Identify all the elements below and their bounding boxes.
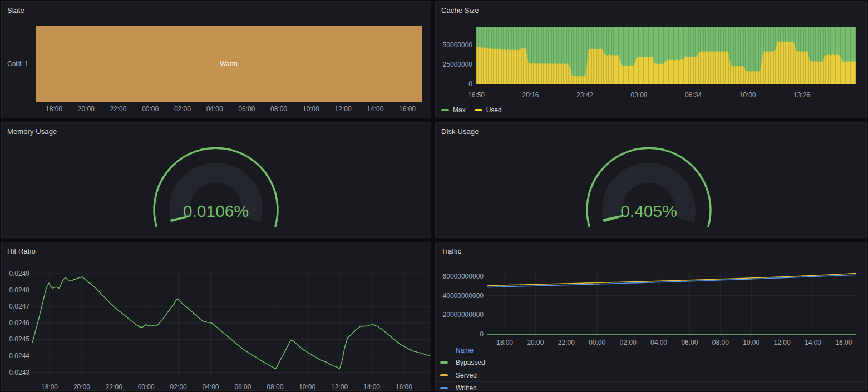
legend-label: Bypassed [456,359,485,366]
x-tick-label: 12:00 [335,105,352,113]
x-tick-label: 14:00 [363,383,380,391]
memory-usage-gauge: 0.0106% [2,123,431,237]
gauge-value-text: 0.405% [620,202,677,220]
panel-title-disk-usage[interactable]: Disk Usage [441,127,479,136]
y-tick-label: 0.0249 [2,270,29,277]
y-tick-label: 20000000000 [436,311,484,319]
x-tick-label: 10:00 [303,105,319,113]
x-tick-label: 02:00 [174,105,191,113]
written-series-color-icon [440,387,448,389]
traffic-chart: 600000000004000000000020000000000018:002… [436,242,866,390]
traffic-legend-table: NameBypassedServedWritten [436,345,866,391]
y-tick-label: 40000000000 [436,292,484,300]
y-tick-label: 0.0246 [2,319,29,327]
served-line [487,274,856,286]
panel-cache-size: Cache Size 0250000005000000016:5020:1623… [435,1,867,118]
bypassed-series-color-icon [440,361,448,364]
max-series-color-icon [441,109,449,111]
x-tick-label: 20:00 [73,383,90,391]
legend-item-used[interactable]: Used [475,106,502,114]
x-tick-label: 10:00 [299,383,315,391]
used-series-color-icon [475,109,482,111]
cache-size-plot [436,2,867,118]
hit-ratio-plot [2,242,431,391]
legend: MaxUsed [441,106,502,114]
memory-usage-gauge-svg: 0.0106% [138,144,294,238]
x-tick-label: 20:00 [78,105,95,113]
state-timeline-chart: WarmCold: 118:0020:0022:0000:0002:0004:0… [2,2,431,118]
panel-title-cache-size[interactable]: Cache Size [441,6,479,14]
panel-title-state[interactable]: State [7,6,24,14]
legend-label: Served [456,371,477,379]
panel-title-traffic[interactable]: Traffic [441,247,461,255]
y-tick-label: 0 [436,330,484,338]
dashboard: State WarmCold: 118:0020:0022:0000:0002:… [0,0,868,392]
gauge-value-arc [180,217,181,220]
legend-label: Used [486,106,502,114]
y-tick-label: 50000000 [436,41,472,49]
disk-usage-gauge-svg: 0.405% [571,144,727,238]
x-tick-label: 02:00 [170,383,187,391]
cache-size-chart: 0250000005000000016:5020:1623:4203:0806:… [436,2,866,118]
panel-title-hit-ratio[interactable]: Hit Ratio [7,247,36,255]
x-tick-label: 04:00 [206,105,223,113]
state-row-label: Cold: 1 [7,60,28,68]
y-tick-label: 0.0244 [2,352,29,360]
state-region-warm: Warm [36,26,422,102]
panel-disk-usage: Disk Usage 0.405% [435,122,867,238]
y-tick-label: 0 [436,80,472,88]
x-tick-label: 18:00 [46,105,62,113]
hit-ratio-chart: 0.02490.02480.02470.02460.02450.02440.02… [2,242,431,390]
x-tick-label: 04:00 [202,383,219,391]
gauge-value-text: 0.0106% [183,202,249,220]
legend-row-written[interactable]: Written [436,381,866,391]
x-tick-label: 03:08 [630,91,647,99]
legend-item-max[interactable]: Max [441,106,466,114]
y-tick-label: 0.0243 [2,369,29,376]
x-tick-label: 14:00 [367,105,383,113]
x-tick-label: 06:00 [238,105,255,113]
legend-row-bypassed[interactable]: Bypassed [436,356,866,369]
panel-traffic: Traffic 60000000000400000000002000000000… [435,242,867,391]
legend-row-served[interactable]: Served [436,369,866,381]
x-tick-label: 00:00 [138,383,155,391]
x-tick-label: 00:00 [142,105,159,113]
y-tick-label: 0.0245 [2,335,29,343]
gauge-value-arc [613,217,613,220]
y-tick-label: 25000000 [436,61,472,68]
x-tick-label: 18:00 [41,383,58,391]
x-tick-label: 16:00 [399,105,416,113]
x-tick-label: 23:42 [576,91,593,99]
y-tick-label: 0.0248 [2,286,29,294]
x-tick-label: 22:00 [106,383,122,391]
panel-hit-ratio: Hit Ratio 0.02490.02480.02470.02460.0245… [1,242,431,391]
x-tick-label: 06:34 [685,91,702,99]
legend-label: Written [456,384,477,391]
x-tick-label: 22:00 [110,105,126,113]
panel-memory-usage: Memory Usage 0.0106% [1,122,431,238]
x-tick-label: 16:00 [396,383,412,391]
x-tick-label: 06:00 [234,383,251,391]
x-tick-label: 12:00 [331,383,348,391]
disk-usage-gauge: 0.405% [436,123,866,237]
x-tick-label: 20:16 [522,91,539,99]
y-tick-label: 60000000000 [436,272,484,280]
legend-label: Max [453,106,466,114]
x-tick-label: 13:26 [793,91,810,99]
x-tick-label: 16:50 [468,91,485,99]
x-tick-label: 08:00 [267,383,283,391]
x-tick-label: 08:00 [270,105,287,113]
served-series-color-icon [440,374,448,376]
y-tick-label: 0.0247 [2,302,29,310]
state-value-label: Warm [220,60,238,68]
panel-title-memory-usage[interactable]: Memory Usage [7,127,57,136]
x-tick-label: 10:00 [739,91,756,99]
panel-state: State WarmCold: 118:0020:0022:0000:0002:… [1,1,431,118]
legend-header-name[interactable]: Name [436,345,866,356]
